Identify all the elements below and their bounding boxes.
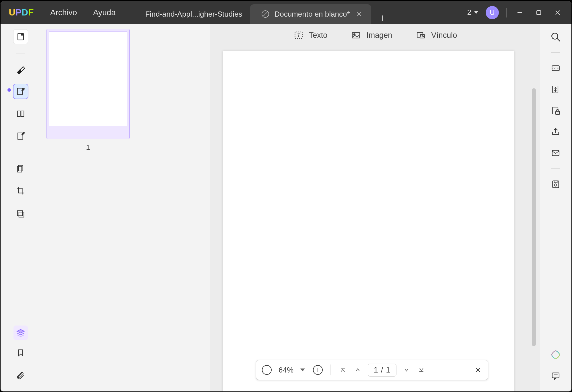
svg-rect-36	[352, 32, 360, 38]
logo-f: F	[28, 7, 34, 18]
active-tool-indicator	[7, 88, 11, 92]
tool-highlighter[interactable]	[13, 62, 28, 76]
ocr-icon[interactable]: OCR	[549, 61, 563, 75]
insert-image-label: Imagen	[366, 31, 392, 40]
svg-rect-13	[17, 111, 20, 117]
text-icon: T	[293, 30, 304, 41]
count-value: 2	[467, 8, 471, 17]
app-window: UPDF Archivo Ayuda Find-and-Appl...igher…	[1, 1, 571, 391]
tab-title: Find-and-Appl...igher-Studies	[145, 10, 242, 19]
insert-link-button[interactable]: Vínculo	[415, 30, 457, 41]
zoom-in-button[interactable]	[313, 365, 323, 375]
app-body: 1 OCR T Texto	[1, 24, 571, 391]
insert-toolbar: T Texto Imagen Vínculo	[210, 24, 540, 47]
tool-form[interactable]	[13, 129, 28, 143]
app-logo[interactable]: UPDF	[1, 6, 42, 19]
zoom-out-button[interactable]	[262, 365, 272, 375]
tool-edit[interactable]	[13, 84, 28, 99]
last-page-button[interactable]	[417, 365, 426, 375]
ai-assistant-icon[interactable]	[549, 348, 563, 362]
tab-document-1[interactable]: Find-and-Appl...igher-Studies	[134, 4, 250, 24]
logo-u: U	[9, 7, 15, 18]
current-page: 1	[374, 366, 378, 375]
logo-d: D	[22, 7, 28, 18]
first-page-button[interactable]	[338, 365, 348, 375]
thumbnail-page-number: 1	[46, 143, 130, 152]
avatar-letter: U	[490, 9, 495, 17]
svg-rect-25	[552, 107, 558, 114]
svg-rect-18	[17, 211, 23, 216]
separator	[551, 168, 560, 169]
search-icon[interactable]	[549, 30, 563, 44]
left-toolbar	[1, 24, 41, 391]
tool-compare[interactable]	[13, 107, 28, 121]
insert-image-button[interactable]: Imagen	[350, 30, 392, 41]
svg-rect-7	[537, 11, 541, 15]
share-icon[interactable]	[549, 125, 563, 139]
insert-link-label: Vínculo	[431, 31, 457, 40]
tab-close-button[interactable]	[355, 10, 363, 18]
close-toolbar-button[interactable]	[474, 366, 482, 374]
svg-text:OCR: OCR	[552, 67, 559, 70]
page-separator: /	[381, 366, 383, 375]
image-icon	[350, 30, 362, 41]
separator	[434, 364, 434, 375]
svg-text:T: T	[297, 33, 300, 38]
svg-point-20	[552, 33, 558, 39]
total-pages: 1	[386, 366, 390, 375]
prev-page-button[interactable]	[353, 365, 363, 375]
tool-crop[interactable]	[13, 184, 28, 198]
zoom-page-toolbar: 64% 1 / 1	[256, 360, 488, 380]
separator	[16, 54, 25, 54]
insert-text-button[interactable]: T Texto	[293, 30, 328, 41]
zoom-value: 64%	[279, 366, 293, 375]
thumbnail-page-1[interactable]	[46, 29, 130, 139]
maximize-button[interactable]	[533, 7, 544, 18]
svg-rect-19	[19, 212, 24, 217]
thumbnail-panel: 1	[41, 24, 210, 391]
tool-pages[interactable]	[13, 161, 28, 176]
next-page-button[interactable]	[402, 365, 411, 375]
vertical-scrollbar[interactable]	[532, 88, 536, 346]
close-button[interactable]	[552, 7, 563, 18]
svg-rect-14	[21, 111, 24, 117]
user-avatar[interactable]: U	[486, 6, 499, 19]
tool-bookmark[interactable]	[13, 346, 28, 360]
chevron-down-icon	[474, 11, 478, 14]
new-tab-button[interactable]	[377, 12, 388, 24]
tool-reader[interactable]	[13, 30, 28, 44]
separator	[506, 8, 507, 17]
thumbnail-preview	[49, 32, 127, 126]
mail-icon[interactable]	[549, 146, 563, 160]
unsaved-icon	[262, 10, 269, 18]
open-tabs-count[interactable]: 2	[467, 8, 478, 17]
separator	[16, 153, 25, 153]
convert-icon[interactable]	[549, 83, 563, 96]
save-icon[interactable]	[549, 177, 563, 191]
minimize-button[interactable]	[514, 7, 526, 18]
insert-text-label: Texto	[309, 31, 328, 40]
protect-icon[interactable]	[549, 104, 563, 117]
document-page[interactable]	[223, 51, 514, 391]
tool-layers[interactable]	[13, 326, 28, 340]
tool-attachment[interactable]	[13, 369, 28, 383]
separator	[551, 52, 560, 53]
zoom-dropdown-icon[interactable]	[300, 369, 305, 371]
svg-rect-31	[552, 373, 559, 378]
tab-document-2[interactable]: Documento en blanco*	[250, 4, 371, 24]
tab-strip: Find-and-Appl...igher-Studies Documento …	[134, 1, 388, 24]
right-toolbar-bottom	[549, 348, 563, 383]
svg-rect-12	[17, 88, 23, 95]
svg-rect-28	[552, 181, 559, 188]
menu-file[interactable]: Archivo	[42, 8, 85, 17]
right-toolbar: OCR	[540, 24, 571, 391]
page-input[interactable]: 1 / 1	[368, 364, 396, 377]
tool-redact[interactable]	[13, 206, 28, 220]
left-toolbar-bottom	[13, 326, 28, 383]
canvas-area: T Texto Imagen Vínculo 64%	[210, 24, 540, 391]
menu-help[interactable]: Ayuda	[85, 8, 124, 17]
logo-p: P	[15, 7, 22, 18]
separator	[330, 364, 330, 375]
svg-rect-11	[21, 34, 23, 35]
comment-icon[interactable]	[549, 369, 563, 383]
